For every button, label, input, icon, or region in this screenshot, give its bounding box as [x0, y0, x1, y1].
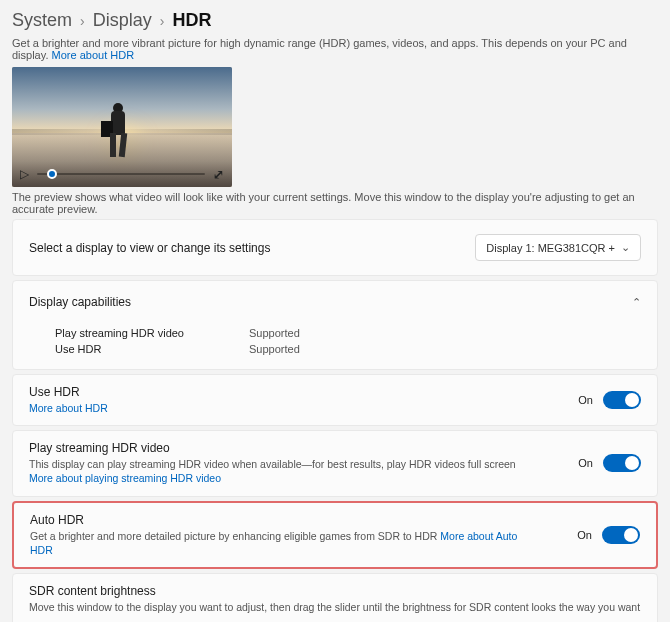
display-capabilities-title: Display capabilities — [29, 295, 131, 309]
stream-hdr-state: On — [578, 457, 593, 469]
stream-hdr-title: Play streaming HDR video — [29, 441, 539, 455]
fullscreen-icon[interactable]: ⤢ — [213, 167, 224, 182]
use-hdr-link[interactable]: More about HDR — [29, 402, 108, 414]
stream-hdr-toggle[interactable] — [603, 454, 641, 472]
use-hdr-title: Use HDR — [29, 385, 108, 399]
sdr-brightness-title: SDR content brightness — [29, 584, 641, 598]
chevron-right-icon: › — [80, 13, 85, 29]
chevron-up-icon: ⌃ — [632, 296, 641, 309]
select-display-label: Select a display to view or change its s… — [29, 241, 270, 255]
display-selector-dropdown[interactable]: Display 1: MEG381CQR + ⌄ — [475, 234, 641, 261]
breadcrumb: System › Display › HDR — [12, 10, 658, 31]
cap-row-value: Supported — [249, 343, 300, 355]
chevron-right-icon: › — [160, 13, 165, 29]
stream-hdr-link[interactable]: More about playing streaming HDR video — [29, 472, 221, 484]
cap-row-value: Supported — [249, 327, 300, 339]
cap-row-key: Play streaming HDR video — [55, 327, 225, 339]
chevron-down-icon: ⌄ — [621, 241, 630, 254]
play-icon[interactable]: ▷ — [20, 167, 29, 181]
auto-hdr-title: Auto HDR — [30, 513, 540, 527]
stream-hdr-sub: This display can play streaming HDR vide… — [29, 458, 516, 470]
auto-hdr-toggle[interactable] — [602, 526, 640, 544]
use-hdr-toggle[interactable] — [603, 391, 641, 409]
hdr-preview-video[interactable]: ▷ ⤢ — [12, 67, 232, 187]
display-selector-value: Display 1: MEG381CQR + — [486, 242, 615, 254]
use-hdr-state: On — [578, 394, 593, 406]
more-about-hdr-link[interactable]: More about HDR — [52, 49, 135, 61]
auto-hdr-sub: Get a brighter and more detailed picture… — [30, 530, 440, 542]
intro-text: Get a brighter and more vibrant picture … — [12, 37, 658, 61]
video-progress-slider[interactable] — [37, 173, 205, 175]
auto-hdr-state: On — [577, 529, 592, 541]
capabilities-table: Play streaming HDR video Supported Use H… — [13, 323, 657, 369]
breadcrumb-hdr: HDR — [172, 10, 211, 31]
auto-hdr-highlight: Auto HDR Get a brighter and more detaile… — [12, 501, 658, 569]
display-capabilities-expander[interactable]: Display capabilities ⌃ — [13, 281, 657, 323]
cap-row-key: Use HDR — [55, 343, 225, 355]
breadcrumb-system[interactable]: System — [12, 10, 72, 31]
preview-note: The preview shows what video will look l… — [12, 191, 658, 215]
breadcrumb-display[interactable]: Display — [93, 10, 152, 31]
sdr-brightness-sub: Move this window to the display you want… — [29, 600, 641, 614]
